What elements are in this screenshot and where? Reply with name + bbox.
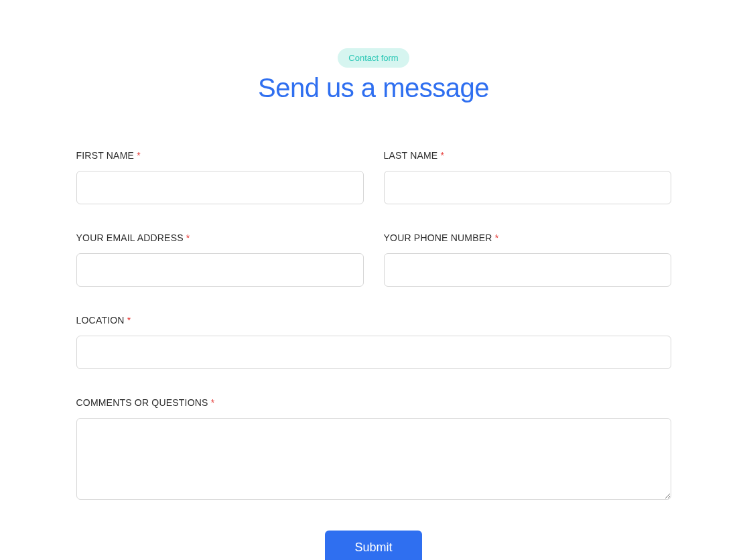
required-marker: *	[441, 150, 445, 161]
field-group-phone: Your Phone Number *	[384, 232, 671, 287]
label-text: Your Email Address	[76, 232, 184, 243]
first-name-input[interactable]	[76, 171, 364, 204]
field-group-first-name: First Name *	[76, 150, 364, 204]
required-marker: *	[127, 315, 131, 326]
field-group-location: Location *	[76, 315, 671, 369]
location-input[interactable]	[76, 336, 671, 369]
comments-label: Comments or Questions *	[76, 397, 671, 408]
first-name-label: First Name *	[76, 150, 364, 161]
last-name-label: Last Name *	[384, 150, 671, 161]
required-marker: *	[495, 232, 499, 243]
contact-form: First Name * Last Name * Your Email Addr…	[76, 150, 671, 560]
form-row-contact: Your Email Address * Your Phone Number *	[76, 232, 671, 287]
phone-label: Your Phone Number *	[384, 232, 671, 243]
field-group-email: Your Email Address *	[76, 232, 364, 287]
form-header: Contact form Send us a message	[76, 48, 671, 103]
comments-textarea[interactable]	[76, 418, 671, 500]
field-group-comments: Comments or Questions *	[76, 397, 671, 502]
required-marker: *	[137, 150, 141, 161]
page-title: Send us a message	[76, 73, 671, 103]
email-label: Your Email Address *	[76, 232, 364, 243]
submit-wrap: Submit	[76, 531, 671, 560]
email-input[interactable]	[76, 253, 364, 287]
form-row-name: First Name * Last Name *	[76, 150, 671, 204]
contact-form-container: Contact form Send us a message First Nam…	[76, 48, 671, 560]
required-marker: *	[186, 232, 190, 243]
label-text: Your Phone Number	[384, 232, 492, 243]
required-marker: *	[211, 397, 215, 408]
phone-input[interactable]	[384, 253, 671, 287]
location-label: Location *	[76, 315, 671, 326]
label-text: Location	[76, 315, 125, 326]
label-text: First Name	[76, 150, 135, 161]
submit-button[interactable]: Submit	[325, 531, 421, 560]
label-text: Comments or Questions	[76, 397, 208, 408]
label-text: Last Name	[384, 150, 438, 161]
form-badge: Contact form	[338, 48, 409, 68]
field-group-last-name: Last Name *	[384, 150, 671, 204]
last-name-input[interactable]	[384, 171, 671, 204]
